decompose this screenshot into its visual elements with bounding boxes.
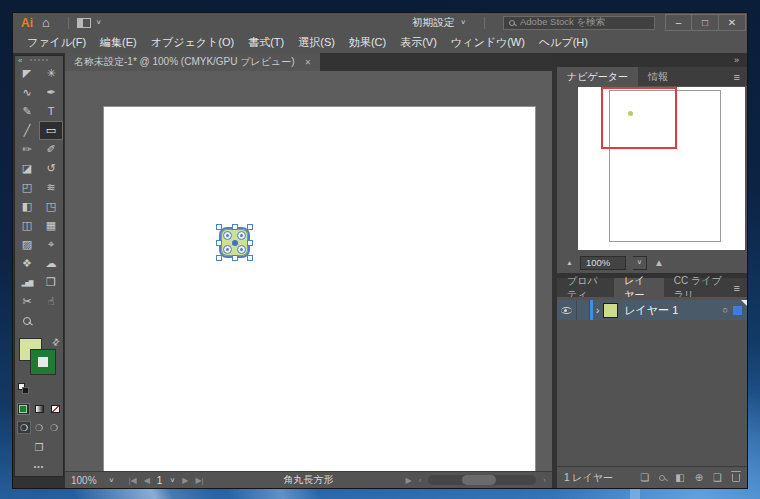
symbol-sprayer-tool[interactable]: ☁ (39, 254, 63, 273)
default-fill-stroke-icon[interactable] (18, 383, 29, 394)
artboard-tool[interactable]: ❒ (39, 273, 63, 292)
layer-name[interactable]: レイヤー 1 (624, 303, 722, 318)
hand-tool[interactable]: ☝ (39, 292, 63, 311)
new-sublayer-icon[interactable]: ⊕ (695, 472, 703, 483)
lasso-tool[interactable]: ∿ (15, 83, 39, 102)
layer-selection-indicator[interactable] (733, 306, 742, 315)
panel-menu-icon[interactable]: ≡ (734, 67, 747, 86)
swap-fill-stroke-icon[interactable]: ⇄ (50, 336, 62, 348)
canvas[interactable] (65, 71, 552, 471)
tab-info[interactable]: 情報 (638, 67, 678, 86)
selection-handle-nw[interactable] (216, 224, 222, 230)
close-button[interactable]: ✕ (719, 14, 746, 31)
menu-file[interactable]: ファイル(F) (20, 35, 93, 50)
adobe-stock-search-input[interactable]: Adobe Stock を検索 (503, 16, 655, 30)
tab-properties[interactable]: プロパティ (557, 278, 614, 297)
eraser-tool[interactable]: ◪ (15, 159, 39, 178)
collapse-panels-icon[interactable]: » (734, 55, 739, 65)
previous-artboard-icon[interactable]: ◀ (144, 476, 150, 485)
live-corner-widget-se[interactable] (237, 245, 246, 254)
blend-tool[interactable]: ❖ (15, 254, 39, 273)
eyedropper-tool[interactable]: ⌖ (39, 235, 63, 254)
menu-help[interactable]: ヘルプ(H) (532, 35, 595, 50)
menu-type[interactable]: 書式(T) (241, 35, 291, 50)
free-transform-tool[interactable]: ◧ (15, 197, 39, 216)
draw-behind-button[interactable]: ❍ (32, 421, 46, 434)
horizontal-scrollbar[interactable] (428, 475, 536, 485)
object-center-point[interactable] (232, 240, 238, 246)
chevron-down-icon[interactable]: ∨ (169, 476, 175, 483)
menu-select[interactable]: 選択(S) (291, 35, 342, 50)
first-artboard-icon[interactable]: |◀ (128, 476, 136, 485)
color-mode-button[interactable] (17, 403, 30, 415)
selection-handle-s[interactable] (232, 255, 238, 261)
selection-tool[interactable]: ◤ (15, 64, 39, 83)
arrange-documents-icon[interactable] (77, 18, 91, 28)
edit-toolbar-button[interactable]: ••• (34, 463, 44, 470)
selected-rounded-rectangle[interactable] (217, 225, 252, 260)
layer-lock-toggle[interactable] (577, 300, 590, 320)
live-corner-widget-sw[interactable] (223, 245, 232, 254)
workspace-switcher[interactable]: 初期設定 ∨ (402, 16, 476, 30)
toolbar-collapse-icon[interactable]: « (18, 56, 22, 65)
zoom-level-dropdown[interactable]: 100% ∨ (71, 475, 114, 486)
flyout-icon[interactable]: ▶ (406, 476, 412, 485)
home-icon[interactable]: ⌂ (42, 15, 50, 30)
line-segment-tool[interactable]: ╱ (15, 121, 39, 140)
layer-thumbnail[interactable] (603, 303, 618, 318)
layer-row[interactable]: › レイヤー 1 ○ (557, 300, 747, 320)
rotate-tool[interactable]: ↺ (39, 159, 63, 178)
menu-window[interactable]: ウィンドウ(W) (444, 35, 532, 50)
selection-handle-w[interactable] (216, 240, 222, 246)
close-tab-icon[interactable]: ✕ (305, 58, 312, 67)
zoom-tool[interactable] (15, 311, 39, 330)
menu-edit[interactable]: 編集(E) (93, 35, 144, 50)
maximize-button[interactable]: □ (692, 14, 719, 31)
selection-handle-n[interactable] (232, 224, 238, 230)
draw-inside-button[interactable]: ❍ (47, 421, 61, 434)
selection-handle-se[interactable] (247, 255, 253, 261)
zoom-out-icon[interactable]: ▲ (566, 259, 573, 266)
selection-handle-ne[interactable] (247, 224, 253, 230)
scale-tool[interactable]: ◰ (15, 178, 39, 197)
collect-for-export-icon[interactable]: ❏ (640, 472, 649, 483)
locate-object-icon[interactable] (659, 475, 665, 481)
selection-handle-e[interactable] (247, 240, 253, 246)
layer-target-icon[interactable]: ○ (723, 305, 728, 315)
none-mode-button[interactable] (49, 403, 62, 415)
width-tool[interactable]: ≋ (39, 178, 63, 197)
selection-handle-sw[interactable] (216, 255, 222, 261)
new-layer-icon[interactable]: ❑ (713, 472, 722, 483)
layer-disclosure-icon[interactable]: › (596, 305, 599, 316)
stroke-swatch[interactable] (31, 350, 55, 374)
magic-wand-tool[interactable]: ✳ (39, 64, 63, 83)
tab-cc-libraries[interactable]: CC ライブラリ (664, 278, 734, 297)
document-tab[interactable]: 名称未設定-1* @ 100% (CMYK/GPU プレビュー) ✕ (65, 53, 320, 71)
knife-tool[interactable]: ✂ (15, 292, 39, 311)
zoom-in-icon[interactable]: ▲ (654, 257, 664, 268)
rectangle-tool[interactable]: ▭ (39, 121, 63, 140)
mesh-tool[interactable]: ▦ (39, 216, 63, 235)
scroll-left-icon[interactable]: ‹ (419, 476, 422, 485)
type-tool[interactable]: T (39, 102, 63, 121)
scrollbar-thumb[interactable] (462, 475, 496, 485)
toolbar-grip-handle[interactable] (30, 59, 48, 61)
menu-view[interactable]: 表示(V) (393, 35, 444, 50)
draw-normal-button[interactable]: ❍ (17, 421, 31, 434)
scroll-right-icon[interactable]: › (543, 476, 546, 485)
panel-menu-icon[interactable]: ≡ (734, 278, 747, 297)
gradient-tool[interactable]: ▨ (15, 235, 39, 254)
shape-builder-tool[interactable]: ◳ (39, 197, 63, 216)
minimize-button[interactable]: – (665, 14, 692, 31)
artboard-number[interactable]: 1 (157, 475, 163, 486)
curvature-tool[interactable]: ✎ (15, 102, 39, 121)
live-corner-widget-ne[interactable] (237, 231, 246, 240)
chevron-down-icon[interactable]: ∨ (96, 19, 102, 26)
perspective-grid-tool[interactable]: ◫ (15, 216, 39, 235)
column-graph-tool[interactable]: ▂▅▇ (15, 273, 39, 292)
navigator-zoom-value[interactable]: 100% (580, 256, 626, 270)
next-artboard-icon[interactable]: ▶ (182, 476, 188, 485)
menu-object[interactable]: オブジェクト(O) (144, 35, 241, 50)
menu-effect[interactable]: 効果(C) (342, 35, 393, 50)
live-corner-widget-nw[interactable] (223, 231, 232, 240)
